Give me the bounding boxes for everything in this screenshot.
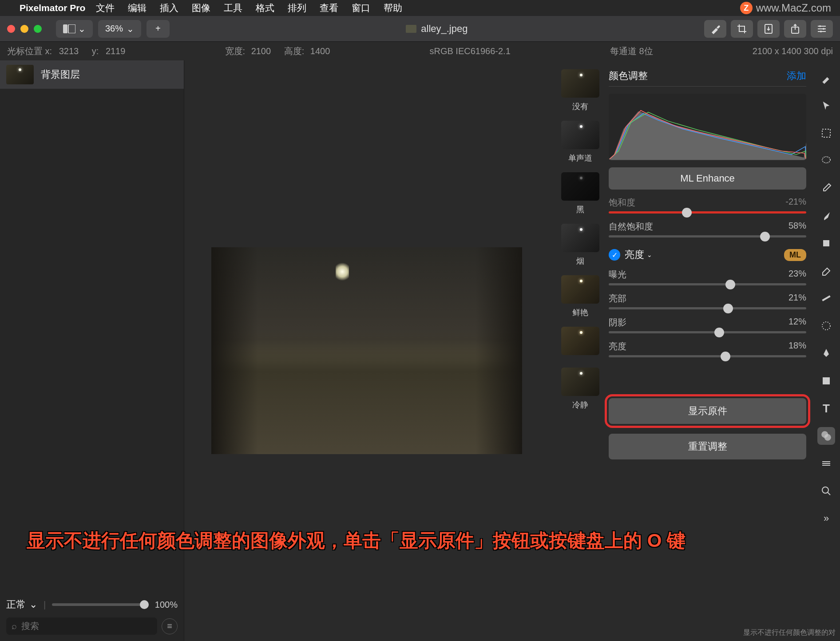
menu-tools[interactable]: 工具 [224, 2, 242, 14]
cursor-x-label: 光标位置 x: [7, 46, 52, 56]
shape-tool[interactable] [817, 317, 835, 335]
menu-image[interactable]: 图像 [192, 2, 210, 14]
blend-mode-dropdown[interactable]: 正常 ⌄ [6, 598, 37, 611]
info-bar: 光标位置 x: 3213 y: 2119 宽度: 2100 高度: 1400 s… [0, 42, 840, 60]
preset-smoke[interactable]: 烟 [561, 224, 599, 266]
tools-sidebar: T » [812, 60, 840, 641]
menu-window[interactable]: 窗口 [352, 2, 370, 14]
zoom-value: 36% [105, 24, 123, 34]
watermark: Z www.MacZ.com [740, 2, 831, 14]
menu-edit[interactable]: 编辑 [128, 2, 147, 14]
highlights-slider[interactable] [609, 307, 806, 309]
heal-tool[interactable] [817, 289, 835, 307]
bit-depth: 每通道 8位 [610, 45, 653, 57]
vibrance-row: 自然饱和度 58% [609, 221, 806, 237]
style-tool[interactable] [817, 69, 835, 87]
menu-view[interactable]: 查看 [320, 2, 338, 14]
highlights-value: 21% [788, 293, 806, 305]
more-tools[interactable]: » [817, 510, 835, 527]
settings-button[interactable] [811, 20, 833, 38]
vibrance-slider[interactable] [609, 235, 806, 237]
brightness-row: 亮度 18% [609, 340, 806, 357]
svg-rect-0 [63, 24, 67, 33]
layer-name: 背景图层 [41, 68, 80, 81]
search-icon: ⌕ [12, 621, 17, 631]
brightness-group-title: 亮度 [625, 248, 644, 261]
filter-icon[interactable]: ≡ [162, 618, 178, 634]
preset-none[interactable]: 没有 [561, 69, 599, 112]
show-original-button[interactable]: 显示原件 [609, 398, 806, 424]
watermark-badge-icon: Z [740, 2, 753, 14]
histogram [609, 94, 806, 160]
brush-tool[interactable] [817, 207, 835, 225]
maximize-window-button[interactable] [34, 25, 42, 33]
svg-rect-12 [823, 377, 830, 384]
add-button[interactable]: + [147, 20, 170, 38]
bucket-tool[interactable] [817, 234, 835, 252]
pen-tool[interactable] [817, 344, 835, 362]
rectangle-tool[interactable] [817, 372, 835, 390]
arrow-tool[interactable] [817, 97, 835, 115]
sidebar-toggle-button[interactable]: ⌄ [56, 20, 93, 38]
height-value: 1400 [310, 46, 330, 56]
minimize-window-button[interactable] [20, 25, 28, 33]
svg-line-16 [828, 492, 830, 495]
layer-search-input[interactable] [21, 621, 152, 631]
lasso-tool[interactable] [817, 152, 835, 170]
width-label: 宽度: [225, 46, 246, 56]
share-button[interactable] [784, 20, 806, 38]
canvas[interactable] [184, 60, 549, 641]
dimensions-dpi: 2100 x 1400 300 dpi [753, 46, 833, 56]
color-picker-tool-button[interactable] [704, 20, 726, 38]
layer-thumbnail [6, 65, 34, 84]
app-name[interactable]: Pixelmator Pro [20, 3, 85, 13]
marquee-tool[interactable] [817, 124, 835, 142]
menu-insert[interactable]: 插入 [160, 2, 178, 14]
highlights-label: 亮部 [609, 293, 626, 305]
exposure-label: 曝光 [609, 269, 626, 281]
color-adjustments-tool[interactable] [817, 427, 835, 445]
add-adjustment-link[interactable]: 添加 [787, 69, 806, 83]
preset-cool[interactable]: 冷静 [561, 368, 599, 410]
menu-format[interactable]: 格式 [256, 2, 274, 14]
menu-file[interactable]: 文件 [96, 2, 115, 14]
watermark-text: www.MacZ.com [756, 2, 831, 14]
eraser-tool[interactable] [817, 262, 835, 280]
brightness-group-header[interactable]: ✓ 亮度 ⌄ ML [609, 248, 806, 261]
opacity-slider[interactable] [52, 603, 149, 606]
reset-adjustments-button[interactable]: 重置调整 [609, 434, 806, 459]
ml-enhance-button[interactable]: ML Enhance [609, 167, 806, 190]
export-button[interactable] [757, 20, 780, 38]
cursor-x-value: 3213 [59, 46, 79, 56]
shadows-slider[interactable] [609, 331, 806, 333]
brightness-slider[interactable] [609, 355, 806, 357]
menu-help[interactable]: 帮助 [384, 2, 402, 14]
exposure-slider[interactable] [609, 283, 806, 285]
zoom-tool[interactable] [817, 482, 835, 500]
zoom-dropdown[interactable]: 36% ⌄ [98, 20, 141, 38]
text-tool[interactable]: T [817, 400, 835, 417]
adjustments-title: 颜色调整 [609, 69, 648, 83]
menu-arrange[interactable]: 排列 [288, 2, 306, 14]
check-icon: ✓ [609, 249, 620, 261]
shadows-row: 阴影 12% [609, 317, 806, 333]
layer-item[interactable]: 背景图层 [0, 60, 184, 89]
vibrance-label: 自然饱和度 [609, 221, 653, 233]
close-window-button[interactable] [7, 25, 15, 33]
svg-rect-10 [824, 297, 824, 297]
svg-rect-1 [68, 24, 75, 33]
preset-mono[interactable]: 单声道 [561, 121, 599, 163]
cursor-y-value: 2119 [106, 46, 126, 56]
ml-badge: ML [784, 249, 806, 261]
effects-tool[interactable] [817, 455, 835, 472]
crop-tool-button[interactable] [731, 20, 753, 38]
eyedropper-tool[interactable] [817, 179, 835, 197]
opacity-value: 100% [155, 600, 178, 610]
cursor-y-label: y: [92, 46, 99, 56]
preset-black[interactable]: 黑 [561, 172, 599, 215]
layers-panel: 背景图层 正常 ⌄ | 100% ⌕ ≡ [0, 60, 184, 641]
preset-warm[interactable] [561, 327, 599, 359]
svg-point-5 [823, 28, 824, 30]
saturation-slider[interactable] [609, 211, 806, 214]
preset-vivid[interactable]: 鲜艳 [561, 275, 599, 318]
